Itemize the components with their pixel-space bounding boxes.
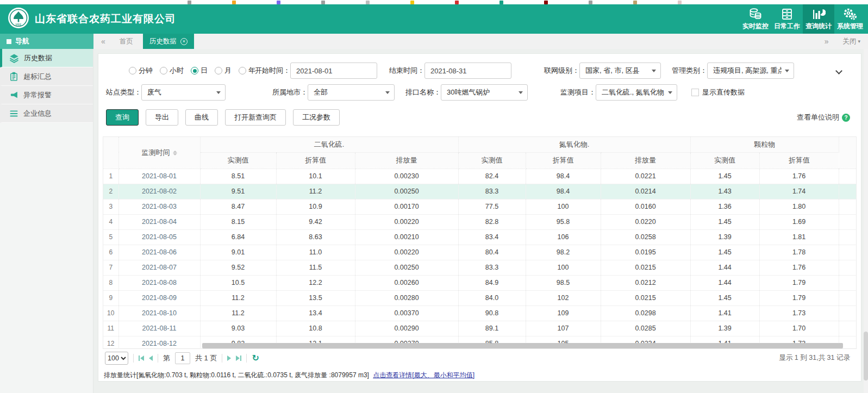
page-scrollbar-thumb[interactable] bbox=[864, 332, 868, 380]
sidebar-item-company[interactable]: 企业信息 bbox=[0, 104, 93, 123]
unit-help-link[interactable]: 查看单位说明 ? bbox=[797, 113, 850, 122]
interval-radio-分钟[interactable]: 分钟 bbox=[129, 66, 153, 76]
page-scrollbar[interactable] bbox=[864, 49, 868, 393]
chevron-down-icon: ▾ bbox=[858, 39, 860, 44]
interval-radio-小时[interactable]: 小时 bbox=[160, 66, 184, 76]
page-size-select[interactable]: 100 bbox=[105, 352, 128, 365]
tab-history-data[interactable]: 历史数据 × bbox=[143, 34, 194, 49]
bookmark-favicon-icon[interactable] bbox=[366, 1, 370, 4]
column-header-time[interactable]: 监测时间 bbox=[118, 137, 200, 169]
manage-type-select[interactable]: 违规项目, 高架源, 重点排 bbox=[707, 63, 794, 79]
tab-home[interactable]: 首页 bbox=[110, 34, 143, 49]
cabinet-icon bbox=[780, 8, 794, 21]
interval-radio-月[interactable]: 月 bbox=[215, 66, 232, 76]
open-new-query-button[interactable]: 打开新查询页 bbox=[225, 109, 286, 126]
bookmark-favicon-icon[interactable] bbox=[678, 1, 682, 4]
end-date-input[interactable] bbox=[424, 63, 511, 79]
top-nav-realtime[interactable]: 实时监控 bbox=[740, 4, 771, 34]
action-bar: 查询 导出 曲线 打开新查询页 工况参数 查看单位说明 ? bbox=[103, 109, 857, 126]
outlet-select[interactable]: 30吨燃气锅炉 bbox=[441, 84, 528, 101]
table-row[interactable]: 62021-08-069.0111.00.0022080.498.20.0195… bbox=[103, 245, 856, 260]
radio-icon bbox=[129, 67, 136, 74]
city-select[interactable]: 全部 bbox=[308, 84, 395, 101]
filters-collapse-icon[interactable] bbox=[835, 67, 842, 74]
query-button[interactable]: 查询 bbox=[106, 109, 139, 126]
outlet-field: 排口名称： 30吨燃气锅炉 bbox=[405, 84, 528, 101]
bookmark-favicon-icon[interactable] bbox=[544, 1, 548, 4]
sidebar-item-alarm[interactable]: 异常报警 bbox=[0, 86, 93, 104]
company-title: 山东省联合农药工业有限公司 bbox=[35, 12, 176, 26]
bookmark-favicon-icon[interactable] bbox=[188, 1, 191, 4]
interval-radio-group: 分钟小时日月年 bbox=[129, 66, 245, 76]
curve-button[interactable]: 曲线 bbox=[185, 109, 218, 126]
table-row[interactable]: 12021-08-018.5110.10.0023082.498.40.0221… bbox=[103, 169, 856, 184]
tabs-expand-icon[interactable]: » bbox=[825, 37, 829, 46]
table-row[interactable]: 102021-08-1011.213.40.0037090.81090.0298… bbox=[103, 305, 856, 321]
table-row[interactable]: 72021-08-079.5211.50.0025083.31000.02151… bbox=[103, 260, 856, 275]
condition-params-button[interactable]: 工况参数 bbox=[293, 109, 340, 126]
export-button[interactable]: 导出 bbox=[146, 109, 178, 126]
sidebar-nav: 历史数据超标汇总异常报警企业信息 bbox=[0, 49, 93, 393]
table-row[interactable]: 52021-08-056.848.630.0021083.41060.02581… bbox=[103, 229, 856, 245]
horizontal-scrollbar[interactable] bbox=[202, 343, 843, 348]
chart-icon bbox=[811, 8, 826, 21]
close-menu[interactable]: 关闭 ▾ bbox=[842, 37, 860, 46]
monitor-item-label: 监测项目： bbox=[560, 88, 596, 97]
company-logo-icon: MEE bbox=[8, 7, 29, 31]
bookmark-favicon-icon[interactable] bbox=[232, 1, 236, 4]
lines-icon bbox=[9, 110, 18, 117]
page-prefix-label: 第 bbox=[163, 353, 170, 363]
next-page-button[interactable] bbox=[227, 355, 231, 361]
bookmark-favicon-icon[interactable] bbox=[499, 1, 503, 4]
bookmark-favicon-icon[interactable] bbox=[410, 1, 414, 4]
table-row[interactable]: 32021-08-038.4710.90.0017077.51000.01601… bbox=[103, 199, 856, 214]
monitor-item-select[interactable]: 二氧化硫., 氮氧化物., 颗粒 bbox=[596, 84, 677, 101]
radio-icon bbox=[191, 67, 198, 74]
table-row[interactable]: 42021-08-048.159.420.0022082.895.80.0220… bbox=[103, 214, 856, 229]
network-level-field: 联网级别： 国家, 省, 市, 区县 bbox=[544, 63, 661, 79]
top-nav-daily[interactable]: 日常工作 bbox=[771, 4, 803, 34]
column-subheader: 折算值 bbox=[276, 152, 355, 169]
site-type-select[interactable]: 废气 bbox=[141, 84, 226, 101]
page-number-input[interactable] bbox=[175, 352, 190, 364]
tab-row: 导航 « 首页 历史数据 × » 关闭 ▾ bbox=[0, 34, 868, 49]
manage-type-field: 管理类别： 违规项目, 高架源, 重点排 bbox=[672, 63, 794, 79]
column-group-header: 颗粒物 bbox=[690, 137, 839, 152]
brand: MEE 山东省联合农药工业有限公司 bbox=[8, 4, 176, 34]
stats-detail-link[interactable]: 点击查看详情[最大、最小和平均值] bbox=[373, 371, 474, 379]
network-level-select[interactable]: 国家, 省, 市, 区县 bbox=[579, 63, 661, 79]
table-row[interactable]: 112021-08-119.0310.80.0029089.11070.0285… bbox=[103, 321, 856, 336]
bookmark-favicon-icon[interactable] bbox=[455, 1, 459, 4]
first-page-button[interactable] bbox=[139, 355, 144, 361]
table-row[interactable]: 22021-08-029.5111.20.0025083.398.40.0214… bbox=[103, 184, 856, 199]
sort-icon[interactable] bbox=[173, 151, 177, 155]
tabs-collapse-icon[interactable]: « bbox=[101, 37, 105, 46]
tab-close-icon[interactable]: × bbox=[180, 38, 188, 45]
sidebar-item-exceed[interactable]: 超标汇总 bbox=[0, 67, 93, 86]
pagination-bar: 100 第 共 1 页 ↻ 显示 1 到 31,共 31 记录 bbox=[103, 348, 857, 367]
outlet-label: 排口名称： bbox=[405, 88, 441, 97]
prev-page-button[interactable] bbox=[149, 355, 153, 361]
sidebar-item-history[interactable]: 历史数据 bbox=[0, 49, 93, 67]
interval-radio-年[interactable]: 年 bbox=[239, 66, 255, 76]
column-subheader: 实测值 bbox=[690, 152, 759, 169]
last-page-button[interactable] bbox=[236, 355, 241, 361]
bookmark-favicon-icon[interactable] bbox=[277, 1, 280, 4]
site-type-label: 站点类型： bbox=[106, 88, 141, 97]
bookmark-favicon-icon[interactable] bbox=[321, 1, 325, 4]
refresh-icon[interactable]: ↻ bbox=[252, 354, 259, 363]
direct-data-checkbox[interactable] bbox=[691, 89, 699, 96]
top-nav-system[interactable]: 系统管理 bbox=[834, 4, 866, 34]
bookmark-favicon-icon[interactable] bbox=[589, 1, 592, 4]
filter-row-1: 分钟小时日月年 开始时间： 结束时间： 联网级别： 国家, 省, 市, 区县 bbox=[103, 63, 857, 79]
column-subheader: 折算值 bbox=[526, 152, 601, 169]
table-row[interactable]: 82021-08-0810.512.20.0026084.998.50.0212… bbox=[103, 275, 856, 290]
top-nav-query[interactable]: 查询统计 bbox=[803, 4, 834, 34]
column-subheader: 折算值 bbox=[759, 152, 839, 169]
interval-radio-日[interactable]: 日 bbox=[191, 66, 208, 76]
bookmark-favicon-icon[interactable] bbox=[633, 1, 637, 4]
start-date-input[interactable] bbox=[290, 63, 377, 79]
page-total-label: 共 1 页 bbox=[195, 353, 217, 363]
column-subheader: 实测值 bbox=[200, 152, 276, 169]
table-row[interactable]: 92021-08-0911.213.50.0028084.01020.02151… bbox=[103, 290, 856, 305]
